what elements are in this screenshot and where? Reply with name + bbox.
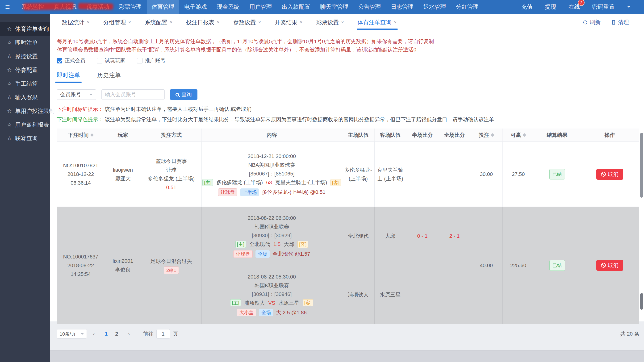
match-2-content: 2018-08-22 05:30:00 韩国K职业联赛 [30931]：[309…: [202, 265, 342, 324]
select-value: 会员账号: [60, 91, 81, 98]
sidebar-item-suspend-config[interactable]: ☆ 停赛配置: [0, 63, 50, 77]
order-subtabs: 即时注单 历史注单: [56, 71, 637, 83]
page-number-1[interactable]: 1: [105, 331, 108, 337]
checkbox-formal-member[interactable]: 正式会员: [56, 57, 86, 64]
header-stake[interactable]: 投注: [470, 128, 503, 142]
footer-band: [50, 350, 644, 362]
vertical-scrollbar-thumb-lower[interactable]: [640, 293, 643, 310]
nav-item-rebate[interactable]: 退水管理: [418, 0, 451, 14]
sort-icon[interactable]: [90, 133, 94, 137]
chevron-down-icon[interactable]: [627, 6, 631, 10]
cell-stake: 40.00: [470, 207, 503, 324]
cell-bet-time: NO:100017637 2018-08-22 14:25:54: [56, 207, 105, 324]
sidebar-item-control-settings[interactable]: ☆ 操控设置: [0, 50, 50, 63]
tab-sports-order-query[interactable]: 体育注单查询 ×: [358, 14, 397, 31]
next-page-button[interactable]: ›: [128, 331, 130, 337]
online-link[interactable]: 在线 2: [568, 3, 580, 10]
page-size-select[interactable]: 10条/页: [56, 329, 87, 339]
page-number-2[interactable]: 2: [115, 331, 118, 337]
sidebar-item-league-query[interactable]: ☆ 联赛查询: [0, 132, 50, 145]
trash-icon: [611, 20, 616, 25]
goto-page: 前往 页: [143, 329, 178, 339]
nav-item-sports[interactable]: 体育管理: [147, 0, 179, 14]
nav-item-egames[interactable]: 电子游戏: [179, 0, 212, 14]
checkbox-icon: [97, 58, 102, 64]
sidebar: ☆ 体育注单查询 ☆ 即时注单 ☆ 操控设置 ☆ 停赛配置 ☆ 手工结算 ☆ 输…: [0, 14, 50, 362]
tab-groups[interactable]: 分组管理 ×: [103, 14, 131, 31]
match-league: 韩国K职业联赛: [254, 222, 289, 231]
cell-away-team: 克里夫兰骑士-(上半场): [374, 142, 406, 206]
withdraw-link[interactable]: 提现: [545, 3, 556, 10]
close-icon[interactable]: ×: [217, 20, 220, 25]
search-input[interactable]: [102, 90, 165, 100]
subtab-history-orders[interactable]: 历史注单: [97, 71, 121, 83]
checkbox-promo-account[interactable]: 推广账号: [137, 57, 166, 64]
checkbox-trial-player[interactable]: 试玩玩家: [97, 57, 126, 64]
tab-statistics[interactable]: 数据统计 ×: [62, 14, 90, 31]
close-icon[interactable]: ×: [300, 20, 302, 25]
search-field-select[interactable]: 会员账号: [56, 90, 96, 100]
tab-label: 开奖结果: [274, 19, 297, 26]
screen: ≡ 系统监控 真人视讯 优惠活动 彩票管理 体育管理 电子游戏 现金系统 用户管…: [0, 0, 644, 362]
nav-item-users[interactable]: 用户管理: [244, 0, 277, 14]
tab-parameters[interactable]: 参数设置 ×: [233, 14, 261, 31]
close-icon[interactable]: ×: [394, 20, 397, 25]
recharge-link[interactable]: 充值: [521, 3, 533, 10]
clear-label: 清理: [618, 19, 629, 26]
nav-item-dividend[interactable]: 分红管理: [451, 0, 484, 14]
match-time: 2018-08-22 06:30:00: [248, 214, 296, 222]
cancel-order-button[interactable]: 取消: [596, 169, 623, 180]
order-no: NO:100107821: [63, 161, 98, 170]
nav-item-lottery[interactable]: 彩票管理: [114, 0, 147, 14]
prev-page-button[interactable]: ‹: [93, 331, 95, 337]
sidebar-item-user-bet-limit[interactable]: ☆ 单用户投注限制: [0, 104, 50, 118]
cancel-order-button[interactable]: 取消: [596, 260, 623, 271]
sidebar-item-sports-order-query[interactable]: ☆ 体育注单查询: [0, 22, 50, 36]
away-mark: [客]: [298, 241, 308, 248]
goto-page-input[interactable]: [156, 329, 170, 339]
close-icon[interactable]: ×: [341, 20, 344, 25]
close-icon[interactable]: ×: [128, 20, 131, 25]
sidebar-item-realtime-orders[interactable]: ☆ 即时注单: [0, 36, 50, 50]
nav-item-payments[interactable]: 出入款配置: [277, 0, 315, 14]
refresh-button[interactable]: 刷新: [583, 19, 600, 26]
star-icon: ☆: [7, 40, 12, 46]
header-bet-time[interactable]: 下注时间: [56, 128, 105, 142]
password-reset-link[interactable]: 密码重置: [592, 3, 615, 10]
sidebar-item-user-profit-report[interactable]: ☆ 用户盈利报表: [0, 118, 50, 132]
tab-lottery-settings[interactable]: 彩票设置 ×: [316, 14, 344, 31]
cell-player: liaojiwen 廖亚大: [105, 142, 141, 206]
header-label: 投注: [479, 132, 489, 139]
sidebar-item-input-results[interactable]: ☆ 输入赛果: [0, 90, 50, 104]
clear-button[interactable]: 清理: [611, 19, 629, 26]
tab-draw-results[interactable]: 开奖结果 ×: [274, 14, 302, 31]
sort-icon[interactable]: [491, 133, 494, 137]
match-codes: [30931]：[30946]: [252, 290, 292, 298]
away-name: 水原三星: [278, 298, 299, 307]
sidebar-item-label: 停赛配置: [15, 66, 38, 74]
header-can-win[interactable]: 可赢: [503, 128, 534, 142]
hamburger-icon[interactable]: ≡: [5, 2, 10, 12]
star-icon: ☆: [7, 67, 12, 73]
nav-item-chat[interactable]: 聊天室管理: [315, 0, 353, 14]
close-icon[interactable]: ×: [170, 20, 172, 25]
nav-item-announce[interactable]: 公告管理: [353, 0, 386, 14]
search-button[interactable]: 查询: [170, 90, 198, 100]
away-name: 克里夫兰骑士-(上半场): [275, 178, 327, 187]
bet-sport: 篮球今日赛事: [156, 157, 187, 166]
sort-icon[interactable]: [523, 133, 526, 137]
close-icon[interactable]: ×: [258, 20, 261, 25]
checkbox-icon: [137, 58, 142, 64]
subtab-realtime-orders[interactable]: 即时注单: [56, 71, 80, 83]
nav-item-cash[interactable]: 现金系统: [212, 0, 244, 14]
tab-bet-daily-report[interactable]: 投注日报表 ×: [186, 14, 220, 31]
close-icon[interactable]: ×: [87, 20, 90, 25]
match-line: [主] 多伦多猛龙 (上半场) 63 克里夫兰骑士-(上半场) [客]: [202, 178, 341, 187]
cell-home-team: 全北现代 浦项铁人: [342, 207, 374, 324]
match-time: 2018-08-22 05:30:00: [248, 272, 296, 281]
nav-item-logs[interactable]: 日志管理: [386, 0, 418, 14]
sidebar-item-manual-settle[interactable]: ☆ 手工结算: [0, 77, 50, 90]
tab-system-config[interactable]: 系统配置 ×: [144, 14, 172, 31]
tip-red-label: 下注时间标红提示：: [56, 106, 103, 112]
vertical-scrollbar-thumb[interactable]: [640, 133, 643, 198]
